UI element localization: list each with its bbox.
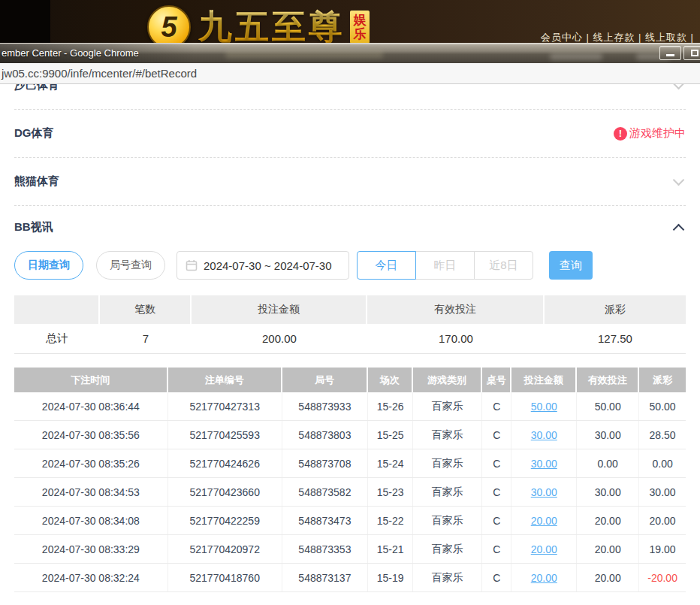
- column-header: 游戏类别: [413, 368, 482, 392]
- quick-range-group: 今日 昨日 近8日: [358, 251, 533, 280]
- date-range-input[interactable]: 2024-07-30 ~ 2024-07-30: [177, 251, 349, 280]
- cell: 20.00: [639, 507, 686, 534]
- badge-char: 娱: [354, 13, 367, 27]
- badge-char: 乐: [354, 27, 367, 41]
- column-header: 场次: [368, 368, 413, 392]
- cell: 521770420972: [168, 535, 282, 563]
- cell: 50.00: [639, 392, 686, 420]
- calendar-icon: [186, 259, 198, 271]
- summary-header-bet: 投注金额: [192, 295, 367, 324]
- glass-reflection: [225, 51, 383, 59]
- bet-records-table: 下注时间注单编号局号场次游戏类别桌号投注金额有效投注派彩 2024-07-30 …: [14, 368, 686, 592]
- screen: 5 九五至尊 娱 乐 会员中心 | 线上存款 | 线上取款 | ember Ce…: [0, 0, 700, 605]
- yesterday-button[interactable]: 昨日: [415, 251, 475, 280]
- logo-entertainment-badge: 娱 乐: [350, 11, 370, 44]
- section-shaba-sports[interactable]: 沙巴体育: [14, 84, 686, 110]
- section-dg-sports[interactable]: DG体育 ! 游戏维护中: [14, 110, 686, 158]
- cell: 百家乐: [413, 478, 482, 506]
- cell: 50.00: [577, 392, 639, 420]
- summary-total-row: 总计 7 200.00 170.00 127.50: [14, 324, 686, 354]
- cell: 20.00: [577, 507, 639, 534]
- cell[interactable]: 20.00: [511, 564, 577, 591]
- cell: -20.00: [639, 564, 686, 591]
- cell[interactable]: 30.00: [511, 421, 577, 449]
- cell: 15-25: [368, 421, 413, 449]
- column-header: 投注金额: [511, 368, 577, 392]
- exclamation-icon: !: [614, 127, 627, 141]
- cell: 521770423660: [168, 478, 282, 506]
- cell: 521770425593: [168, 421, 282, 449]
- date-range-value: 2024-07-30 ~ 2024-07-30: [204, 259, 332, 272]
- cell: C: [482, 392, 511, 420]
- cell: 百家乐: [413, 392, 482, 420]
- cell: 2024-07-30 08:34:08: [14, 507, 168, 534]
- cell: 2024-07-30 08:35:26: [14, 449, 168, 477]
- last-8-days-button[interactable]: 近8日: [474, 251, 533, 280]
- summary-count-value: 7: [100, 324, 192, 353]
- minimize-button[interactable]: [659, 46, 681, 60]
- summary-total-label: 总计: [14, 324, 100, 353]
- cell: 15-24: [368, 449, 413, 477]
- section-panda-sports[interactable]: 熊猫体育: [14, 158, 686, 206]
- maximize-button[interactable]: [683, 46, 700, 60]
- cell: 15-22: [368, 507, 413, 534]
- cell: 20.00: [577, 564, 639, 591]
- maintenance-badge: ! 游戏维护中: [614, 126, 686, 141]
- round-query-tab[interactable]: 局号查询: [96, 251, 165, 280]
- summary-header-count: 笔数: [100, 295, 192, 324]
- cell[interactable]: 20.00: [511, 507, 577, 534]
- date-query-tab[interactable]: 日期查询: [14, 251, 83, 280]
- cell: 521770422259: [168, 507, 282, 534]
- cell: 548873353: [282, 535, 368, 563]
- summary-bet-value: 200.00: [192, 324, 367, 353]
- url-bar[interactable]: jw05.cc:9900/infe/mcenter/#/betRecord: [0, 63, 700, 84]
- cell[interactable]: 50.00: [511, 392, 577, 420]
- window-titlebar[interactable]: ember Center - Google Chrome: [0, 43, 700, 63]
- summary-payout-value: 127.50: [545, 324, 686, 353]
- filter-bar: 日期查询 局号查询 2024-07-30 ~ 2024-07-30 今日 昨日 …: [14, 251, 686, 280]
- cell: C: [482, 535, 511, 563]
- window-controls: [659, 46, 700, 60]
- section-label: DG体育: [14, 126, 54, 141]
- maximize-icon: [691, 50, 698, 56]
- cell: C: [482, 449, 511, 477]
- cell: 2024-07-30 08:32:24: [14, 564, 168, 591]
- column-header: 下注时间: [14, 368, 168, 392]
- bet-table-body: 2024-07-30 08:36:44521770427313548873933…: [14, 392, 686, 592]
- section-label: 沙巴体育: [14, 84, 59, 92]
- cell: 2024-07-30 08:34:53: [14, 478, 168, 506]
- column-header: 派彩: [639, 368, 686, 392]
- chevron-up-icon: [673, 223, 685, 235]
- cell: 百家乐: [413, 421, 482, 449]
- table-row: 2024-07-30 08:34:08521770422259548873473…: [14, 507, 686, 535]
- summary-header-payout: 派彩: [545, 295, 686, 324]
- cell: 百家乐: [413, 507, 482, 534]
- cell: 548873803: [282, 421, 368, 449]
- summary-header-row: 笔数 投注金额 有效投注 派彩: [14, 295, 686, 324]
- cell: 30.00: [577, 478, 639, 506]
- minimize-icon: [666, 54, 674, 56]
- cell: 15-23: [368, 478, 413, 506]
- cell: 0.00: [577, 449, 639, 477]
- column-header: 有效投注: [577, 368, 639, 392]
- cell[interactable]: 30.00: [511, 478, 577, 506]
- chevron-down-icon: [673, 174, 685, 186]
- search-button[interactable]: 查询: [549, 251, 593, 280]
- table-row: 2024-07-30 08:35:56521770425593548873803…: [14, 421, 686, 449]
- today-button[interactable]: 今日: [357, 251, 416, 280]
- bet-table-header: 下注时间注单编号局号场次游戏类别桌号投注金额有效投注派彩: [14, 368, 686, 392]
- section-label: 熊猫体育: [14, 174, 59, 189]
- section-bb-video[interactable]: BB视讯: [14, 206, 686, 248]
- section-label: BB视讯: [14, 220, 53, 234]
- column-header: 局号: [282, 368, 368, 392]
- cell: 15-19: [368, 564, 413, 591]
- cell: 30.00: [639, 478, 686, 506]
- cell: 548873708: [282, 449, 368, 477]
- cell: 19.00: [639, 535, 686, 563]
- cell: 521770418760: [168, 564, 282, 591]
- cell[interactable]: 30.00: [511, 449, 577, 477]
- page-content: 沙巴体育 DG体育 ! 游戏维护中 熊猫体育 BB视讯 日期查询: [0, 84, 700, 605]
- cell[interactable]: 20.00: [511, 535, 577, 563]
- chrome-window: ember Center - Google Chrome jw05.cc:990…: [0, 43, 700, 605]
- column-header: 注单编号: [168, 368, 282, 392]
